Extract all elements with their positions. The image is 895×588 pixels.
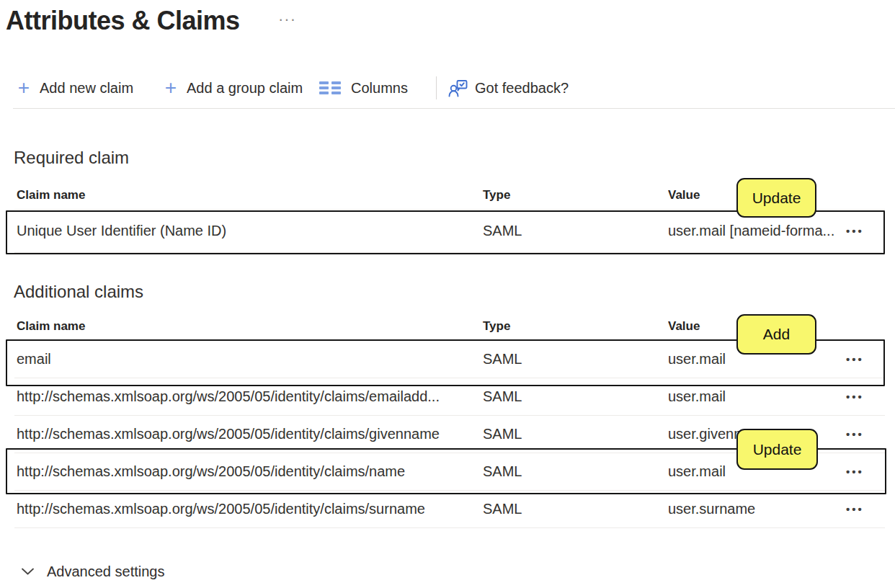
advanced-settings-label: Advanced settings — [47, 564, 164, 580]
command-bar-rule — [13, 108, 895, 109]
more-menu-icon[interactable]: ••• — [845, 466, 885, 478]
column-header-type: Type — [483, 319, 668, 334]
column-header-type: Type — [483, 188, 668, 202]
claim-type-cell: SAML — [483, 351, 668, 368]
annotation-note-update-required: Update — [736, 178, 816, 218]
got-feedback-button[interactable]: Got feedback? — [448, 74, 569, 102]
required-claim-heading: Required claim — [14, 148, 129, 168]
claim-name-cell: http://schemas.xmlsoap.org/ws/2005/05/id… — [14, 501, 483, 517]
page-title: Attributes & Claims — [6, 6, 240, 36]
claim-value-cell: user.mail [nameid-forma... — [668, 223, 845, 239]
more-menu-icon[interactable]: ••• — [845, 225, 885, 237]
more-menu-icon[interactable]: ••• — [845, 353, 885, 365]
more-menu-icon[interactable]: ••• — [845, 428, 885, 440]
claim-type-cell: SAML — [483, 463, 668, 480]
claim-type-cell: SAML — [483, 426, 668, 442]
columns-label: Columns — [351, 80, 408, 97]
table-row[interactable]: http://schemas.xmlsoap.org/ws/2005/05/id… — [14, 378, 885, 416]
column-header-claim-name: Claim name — [14, 319, 483, 334]
columns-icon — [319, 81, 341, 95]
more-menu-icon[interactable]: ••• — [845, 503, 885, 515]
more-options-icon[interactable]: ··· — [278, 10, 296, 29]
add-group-claim-button[interactable]: + Add a group claim — [164, 74, 303, 102]
claim-name-cell: email — [14, 351, 483, 368]
claim-name-cell: Unique User Identifier (Name ID) — [14, 223, 483, 239]
add-group-claim-label: Add a group claim — [187, 80, 303, 97]
add-new-claim-button[interactable]: + Add new claim — [17, 74, 133, 102]
feedback-icon — [448, 79, 468, 98]
claim-value-cell: user.mail — [668, 388, 845, 405]
command-bar: + Add new claim + Add a group claim Colu… — [0, 74, 895, 102]
add-new-claim-label: Add new claim — [40, 80, 133, 97]
claim-name-cell: http://schemas.xmlsoap.org/ws/2005/05/id… — [14, 463, 483, 480]
columns-button[interactable]: Columns — [319, 74, 408, 102]
claim-type-cell: SAML — [483, 388, 668, 405]
claim-value-cell: user.surname — [668, 501, 845, 517]
column-header-claim-name: Claim name — [14, 188, 483, 202]
table-row[interactable]: http://schemas.xmlsoap.org/ws/2005/05/id… — [14, 491, 885, 528]
plus-icon: + — [17, 75, 31, 101]
claim-name-cell: http://schemas.xmlsoap.org/ws/2005/05/id… — [14, 388, 483, 405]
toolbar-divider — [436, 76, 437, 99]
chevron-down-icon — [22, 568, 34, 575]
got-feedback-label: Got feedback? — [475, 80, 569, 97]
advanced-settings-toggle[interactable]: Advanced settings — [22, 561, 164, 582]
more-menu-icon[interactable]: ••• — [845, 391, 885, 403]
annotation-note-update-name: Update — [736, 429, 818, 470]
claim-name-cell: http://schemas.xmlsoap.org/ws/2005/05/id… — [14, 426, 483, 442]
claim-type-cell: SAML — [483, 223, 668, 239]
claim-type-cell: SAML — [483, 501, 668, 517]
annotation-note-add-email: Add — [736, 314, 816, 355]
plus-icon: + — [164, 75, 178, 101]
additional-claims-heading: Additional claims — [14, 282, 143, 302]
